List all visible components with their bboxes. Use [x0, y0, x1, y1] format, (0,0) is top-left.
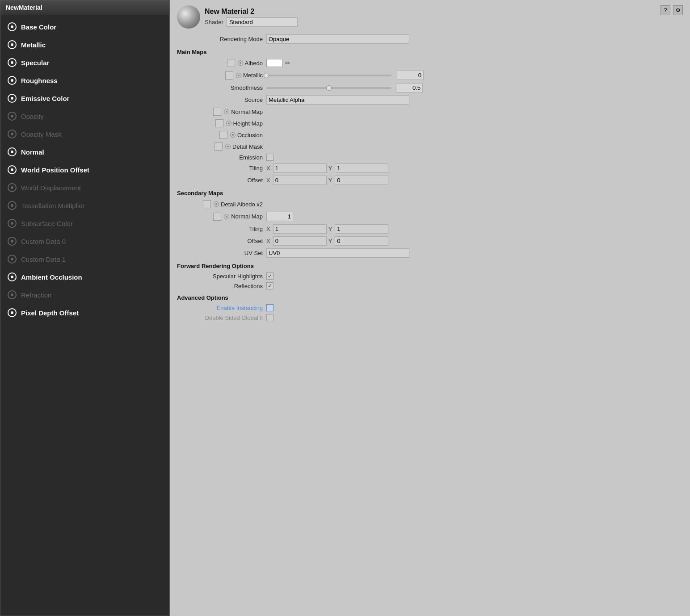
double-sided-label: Double Sided Global Il: [177, 314, 266, 321]
occlusion-circle: [230, 132, 236, 138]
detail-albedo-row: Detail Albedo x2: [177, 198, 683, 210]
tiling-x-input[interactable]: 1: [273, 163, 327, 173]
rendering-mode-value: Opaque: [266, 34, 683, 44]
sidebar-item-pixel-depth-offset[interactable]: Pixel Depth Offset: [0, 304, 169, 322]
sec-offset-label: Offset: [177, 238, 266, 244]
uv-set-select[interactable]: UV0: [266, 248, 409, 258]
double-sided-checkbox[interactable]: [266, 314, 273, 321]
sec-tiling-x-input[interactable]: 1: [273, 224, 327, 234]
sidebar-item-normal[interactable]: Normal: [0, 143, 169, 161]
sec-tiling-y-label: Y: [328, 226, 332, 232]
smoothness-label: Smoothness: [177, 84, 266, 91]
reflections-label: Reflections: [177, 283, 266, 289]
sec-normal-map-value: 1: [266, 212, 683, 221]
header-icons: ? ⚙: [661, 5, 683, 15]
reflections-checkbox[interactable]: ✓: [266, 282, 273, 289]
material-header: New Material 2 Shader Standard ? ⚙: [177, 5, 683, 29]
specular-highlights-checkbox[interactable]: ✓: [266, 272, 273, 280]
sidebar-item-label-opacity-mask: Opacity Mask: [21, 130, 62, 138]
pin-icon-subsurface-color: [8, 219, 17, 228]
right-panel: New Material 2 Shader Standard ? ⚙ Rende…: [170, 0, 690, 616]
source-row: Source Metallic Alpha: [177, 94, 683, 106]
offset-y-input[interactable]: 0: [335, 176, 388, 185]
offset-x-input[interactable]: 0: [273, 176, 327, 185]
sidebar-item-base-color[interactable]: Base Color: [0, 18, 169, 36]
sec-offset-x-label: X: [266, 238, 270, 244]
detail-albedo-circle: [214, 201, 219, 207]
sidebar-item-label-opacity: Opacity: [21, 113, 44, 120]
sec-tiling-x-label: X: [266, 226, 270, 232]
pin-icon-world-displacement: [8, 183, 17, 192]
sec-normal-input[interactable]: 1: [266, 212, 293, 221]
pin-icon-emissive-color: [8, 94, 17, 103]
albedo-label: Albedo: [245, 60, 263, 67]
reflections-row: Reflections ✓: [177, 281, 683, 291]
sec-offset-x-input[interactable]: 0: [273, 236, 327, 246]
sec-offset-row: Offset X 0 Y 0: [177, 235, 683, 247]
shader-select[interactable]: Standard: [226, 17, 298, 27]
sec-offset-y-input[interactable]: 0: [335, 236, 388, 246]
rendering-mode-select[interactable]: Opaque: [266, 34, 409, 44]
height-map-row: Height Map: [177, 117, 683, 129]
sidebar-item-opacity-mask[interactable]: Opacity Mask: [0, 125, 169, 143]
sec-tiling-label: Tiling: [177, 226, 266, 232]
sec-tiling-y-input[interactable]: 1: [335, 224, 388, 234]
tiling-y-input[interactable]: 1: [335, 163, 388, 173]
uv-set-value: UV0: [266, 248, 683, 258]
metallic-slider[interactable]: [266, 75, 391, 76]
material-sphere-preview: [177, 5, 200, 29]
sec-normal-map-checkbox[interactable]: [213, 213, 221, 221]
normal-map-checkbox[interactable]: [213, 108, 221, 116]
detail-mask-label: Detail Mask: [232, 143, 263, 150]
enable-instancing-checkbox[interactable]: [266, 304, 273, 311]
sidebar-item-label-normal: Normal: [21, 148, 44, 156]
sec-offset-y-label: Y: [328, 238, 332, 244]
emission-value: [266, 154, 683, 161]
sidebar-item-ambient-occlusion[interactable]: Ambient Occlusion: [0, 268, 169, 286]
emission-label: Emission: [177, 154, 266, 161]
sidebar-item-emissive-color[interactable]: Emissive Color: [0, 89, 169, 107]
albedo-checkbox[interactable]: [227, 59, 235, 67]
sidebar-item-metallic[interactable]: Metallic: [0, 36, 169, 54]
settings-icon[interactable]: ⚙: [673, 5, 683, 15]
smoothness-thumb: [326, 85, 332, 91]
smoothness-input[interactable]: 0.5: [396, 83, 423, 92]
emission-checkbox[interactable]: [266, 154, 273, 161]
panel-header: NewMaterial: [0, 0, 169, 15]
sidebar-item-opacity[interactable]: Opacity: [0, 107, 169, 125]
pin-icon-metallic: [8, 40, 17, 49]
sidebar-item-world-displacement[interactable]: World Displacement: [0, 179, 169, 197]
sidebar-item-custom-data-0[interactable]: Custom Data 0: [0, 232, 169, 250]
sidebar-item-specular[interactable]: Specular: [0, 54, 169, 71]
sidebar-item-roughness[interactable]: Roughness: [0, 71, 169, 89]
sidebar-item-tessellation-multiplier[interactable]: Tessellation Multiplier: [0, 197, 169, 214]
left-panel-list: Base ColorMetallicSpecularRoughnessEmiss…: [0, 15, 169, 324]
pin-icon-pixel-depth-offset: [8, 308, 17, 317]
normal-map-label: Normal Map: [231, 109, 263, 115]
metallic-input[interactable]: 0: [397, 71, 424, 80]
sidebar-item-custom-data-1[interactable]: Custom Data 1: [0, 250, 169, 268]
occlusion-checkbox[interactable]: [219, 131, 227, 139]
albedo-color-swatch[interactable]: [266, 59, 282, 67]
height-map-checkbox[interactable]: [215, 119, 223, 127]
left-panel: NewMaterial Base ColorMetallicSpecularRo…: [0, 0, 170, 616]
source-select[interactable]: Metallic Alpha: [266, 95, 409, 105]
smoothness-slider[interactable]: [266, 87, 391, 89]
detail-mask-checkbox[interactable]: [215, 142, 223, 151]
sidebar-item-refraction[interactable]: Refraction: [0, 286, 169, 304]
sidebar-item-subsurface-color[interactable]: Subsurface Color: [0, 214, 169, 232]
sidebar-item-label-tessellation-multiplier: Tessellation Multiplier: [21, 202, 85, 210]
tiling-row: Tiling X 1 Y 1: [177, 162, 683, 174]
pin-icon-base-color: [8, 22, 17, 31]
sec-normal-map-label: Normal Map: [231, 213, 263, 220]
metallic-checkbox[interactable]: [225, 71, 233, 80]
sidebar-item-label-ambient-occlusion: Ambient Occlusion: [21, 273, 82, 281]
pin-icon-normal: [8, 147, 17, 156]
sec-tiling-row: Tiling X 1 Y 1: [177, 223, 683, 235]
sidebar-item-label-metallic: Metallic: [21, 41, 46, 49]
eyedropper-icon[interactable]: ✏: [285, 59, 290, 67]
detail-mask-circle: [225, 144, 231, 149]
detail-albedo-checkbox[interactable]: [203, 200, 211, 208]
help-icon[interactable]: ?: [661, 5, 670, 15]
sidebar-item-world-position-offset[interactable]: World Position Offset: [0, 161, 169, 179]
